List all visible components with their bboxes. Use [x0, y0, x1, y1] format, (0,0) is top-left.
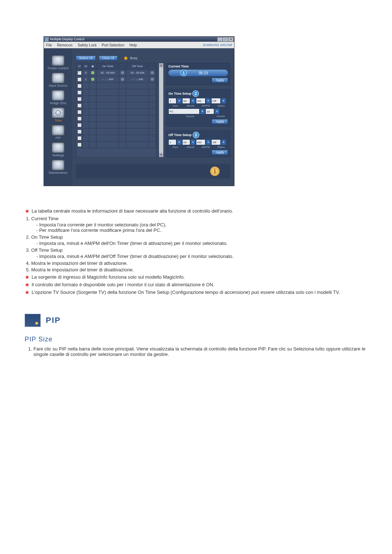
- menu-safety-lock[interactable]: Safety Lock: [78, 43, 97, 47]
- row-checkbox[interactable]: [77, 103, 82, 108]
- chevron-down-icon[interactable]: ▾: [177, 98, 181, 103]
- table-row: [76, 109, 156, 115]
- col-checkbox: ☑: [76, 63, 83, 70]
- volume-select[interactable]: 10: [205, 108, 214, 114]
- sidebar-item-maintenance[interactable]: Maintenance: [46, 160, 70, 177]
- ampm-select[interactable]: AM: [196, 139, 205, 145]
- row-checkbox[interactable]: [77, 90, 82, 95]
- clear-all-button[interactable]: Clear All: [99, 56, 118, 61]
- sidebar-item-pip[interactable]: PIP: [46, 125, 70, 142]
- busy-label: Busy: [130, 56, 138, 60]
- table-row: [76, 89, 156, 96]
- pip-icon: [25, 314, 41, 327]
- source-select[interactable]: PC: [168, 108, 200, 114]
- document-body: ★La tabella centrale mostra le informazi…: [22, 208, 370, 357]
- col-status2: [119, 63, 126, 70]
- hour-select[interactable]: 1: [168, 98, 176, 104]
- row-checkbox[interactable]: [77, 77, 82, 82]
- row-checkbox[interactable]: [77, 143, 82, 147]
- table-row: [76, 83, 156, 89]
- row-checkbox[interactable]: [77, 110, 82, 114]
- chevron-down-icon[interactable]: ▾: [221, 140, 226, 145]
- clock-display: 105:23: [168, 70, 228, 76]
- menu-help[interactable]: Help: [129, 43, 137, 47]
- chevron-down-icon[interactable]: ▾: [200, 109, 205, 114]
- row-checkbox[interactable]: [77, 136, 82, 140]
- table-row[interactable]: 1 -- : -- AM -- : -- AM: [76, 76, 156, 83]
- apply-button[interactable]: Apply: [212, 119, 228, 124]
- list-item: Fare clic su PIP nella barra delle icone…: [33, 346, 370, 357]
- panel-title: On Time Setup2: [168, 91, 228, 97]
- minimize-button[interactable]: _: [217, 37, 222, 41]
- menu-port-selection[interactable]: Port Selection: [102, 43, 124, 47]
- row-checkbox[interactable]: [77, 130, 82, 134]
- row-checkbox[interactable]: [77, 97, 82, 101]
- sidebar-item-input[interactable]: Input Source: [46, 73, 70, 90]
- scroll-down-icon[interactable]: ▾: [159, 153, 163, 157]
- list-item: Current Time: [31, 216, 58, 221]
- pip-steps: Fare clic su PIP nella barra delle icone…: [33, 346, 370, 357]
- row-checkbox[interactable]: [77, 116, 82, 121]
- menu-remocon[interactable]: Remocon: [57, 43, 73, 47]
- status-select[interactable]: Off: [211, 139, 221, 145]
- star-icon: ★: [25, 289, 29, 296]
- table-row[interactable]: 0 02 : 00 AM 03 : 00 AM: [76, 70, 156, 76]
- list-item: On Time Setup: [31, 234, 63, 240]
- power-icon: [52, 56, 64, 66]
- apply-button[interactable]: Apply: [212, 150, 228, 155]
- list-item: Mostra le impostazioni del timer di disa…: [31, 267, 370, 272]
- table-row: [76, 135, 156, 141]
- grid-scrollbar[interactable]: ▴▾: [159, 63, 164, 157]
- status-led: [151, 71, 154, 74]
- scroll-up-icon[interactable]: ▴: [159, 63, 163, 67]
- col-off-time: Off Time: [126, 63, 149, 70]
- chevron-down-icon[interactable]: ▾: [221, 98, 226, 103]
- sidebar-item-image-size[interactable]: Image Size: [46, 90, 70, 107]
- table-row: [76, 115, 156, 122]
- status-led: [151, 78, 154, 81]
- table-row: [76, 96, 156, 102]
- clock-icon: [52, 108, 64, 118]
- hour-select[interactable]: 1: [168, 139, 176, 145]
- table-row: [76, 122, 156, 128]
- right-panels: Current Time 105:23 Apply On Time Setup2…: [166, 63, 230, 157]
- window-title: Multiple Display Control: [50, 37, 217, 41]
- chevron-down-icon[interactable]: ▾: [206, 98, 211, 103]
- titlebar: Multiple Display Control _ □ ✕: [44, 37, 234, 42]
- intro-text: La tabella centrale mostra le informazio…: [32, 208, 370, 214]
- minute-select[interactable]: 00: [182, 98, 190, 104]
- chevron-down-icon[interactable]: ▾: [191, 140, 195, 145]
- chevron-down-icon[interactable]: ▾: [191, 98, 195, 103]
- callout-2: 2: [193, 91, 199, 97]
- star-icon: ★: [25, 282, 29, 288]
- status-select[interactable]: Off: [211, 98, 221, 104]
- pip-size-heading: PIP Size: [25, 336, 370, 343]
- chevron-down-icon[interactable]: ▾: [206, 140, 211, 145]
- row-checkbox[interactable]: [77, 84, 82, 88]
- chevron-down-icon[interactable]: ▾: [177, 140, 181, 145]
- ampm-select[interactable]: AM: [196, 98, 205, 104]
- chevron-down-icon[interactable]: ▾: [215, 109, 219, 114]
- close-button[interactable]: ✕: [228, 37, 233, 41]
- sidebar-item-label: Power Control: [46, 66, 70, 70]
- sidebar-item-power[interactable]: Power Control: [46, 56, 70, 72]
- minute-select[interactable]: 00: [182, 139, 190, 145]
- star-icon: ★: [25, 208, 29, 214]
- list-item: Mostra le impostazioni del timer di atti…: [31, 260, 370, 266]
- star-icon: ★: [25, 274, 29, 280]
- apply-button[interactable]: Apply: [212, 78, 228, 83]
- status-led: [91, 78, 94, 81]
- sidebar-item-time[interactable]: Time: [46, 108, 70, 124]
- select-all-button[interactable]: Select All: [76, 56, 96, 61]
- list-item: Off Time Setup: [31, 247, 62, 253]
- row-checkbox[interactable]: [77, 71, 82, 75]
- row-checkbox[interactable]: [77, 123, 82, 127]
- cell-id: 0: [83, 70, 89, 76]
- list-item: Imposta ora, minuti e AM/PM dell'Off Tim…: [36, 254, 370, 259]
- col-on-time: On Time: [97, 63, 119, 70]
- menu-file[interactable]: File: [46, 43, 52, 47]
- maximize-button[interactable]: □: [223, 37, 228, 41]
- col-id: ID: [83, 63, 89, 70]
- sidebar-item-settings[interactable]: Settings: [46, 143, 70, 159]
- gear-icon: [52, 143, 64, 153]
